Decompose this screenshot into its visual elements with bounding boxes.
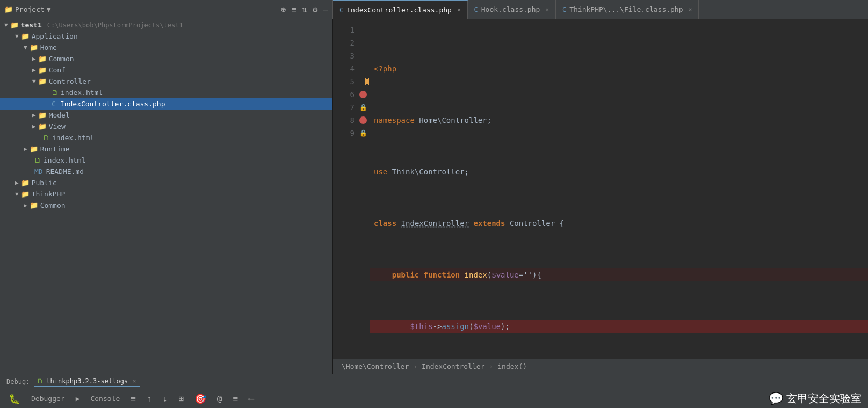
chevron-down-icon-thinkphp: ▼ [15, 191, 19, 198]
chevron-down-icon: ▼ [4, 21, 8, 28]
file-icon-md: MD [34, 167, 43, 176]
folder-icon-conf: 📁 [38, 66, 47, 74]
debug-bar: Debug: 🗋 thinkphp3.2.3-setlogs ✕ [0, 374, 868, 389]
tree-item-model[interactable]: ▶ 📁 Model [0, 110, 332, 121]
tree-item-index-html-root[interactable]: 🗋 index.html [0, 155, 332, 166]
back-btn[interactable]: ⟵ [247, 392, 256, 405]
list-btn[interactable]: ≡ [128, 392, 138, 405]
tree-item-common[interactable]: ▶ 📁 Common [0, 53, 332, 64]
chevron-right-icon-runtime: ▶ [24, 145, 27, 152]
code-line-4: class IndexController extends Controller… [370, 217, 868, 230]
tree-item-application[interactable]: ▼ 📁 Application [0, 31, 332, 42]
gutter-4 [357, 62, 370, 75]
tree-item-index-html-2[interactable]: 🗋 index.html [0, 132, 332, 143]
bottom-toolbar: 🐛 Debugger ▶ Console ≡ ↑ ↓ ⊞ 🎯 @ ≡ ⟵ 💬 玄… [0, 389, 868, 408]
gear-icon[interactable]: ⚙ [313, 4, 318, 14]
tab-close-3[interactable]: ✕ [689, 6, 692, 13]
tree-label-view: View [49, 122, 66, 130]
folder-icon-model: 📁 [38, 111, 47, 119]
debug-tab-close[interactable]: ✕ [133, 377, 136, 384]
tree-label-application: Application [32, 32, 78, 40]
list2-btn[interactable]: ≡ [230, 392, 240, 405]
tree-item-conf[interactable]: ▶ 📁 Conf [0, 64, 332, 76]
folder-icon: 📁 [10, 21, 19, 29]
tree-label-common: Common [49, 55, 74, 63]
tree-label-home: Home [40, 43, 57, 52]
file-icon-html-2: 🗋 [43, 134, 50, 142]
tree-item-test1[interactable]: ▼ 📁 test1 C:\Users\bob\PhpstormProjects\… [0, 19, 332, 31]
tree-item-index-html-1[interactable]: 🗋 index.html [0, 87, 332, 98]
up-btn[interactable]: ↑ [144, 392, 154, 405]
breadcrumb-item-1[interactable]: \Home\Controller [342, 362, 409, 370]
code-line-1: <?php [370, 62, 868, 75]
chevron-right-icon-public: ▶ [15, 179, 19, 186]
chevron-down-icon-controller: ▼ [32, 78, 36, 85]
tree-path-test1: C:\Users\bob\PhpstormProjects\test1 [47, 21, 183, 29]
folder-icon-common2: 📁 [30, 201, 38, 209]
project-chevron[interactable]: ▼ [47, 5, 51, 13]
gutter-6-breakpoint[interactable] [357, 88, 370, 101]
tab-index-controller[interactable]: C IndexController.class.php ✕ [333, 0, 468, 19]
line-numbers: 1 2 3 4 5 6 7 8 9 [333, 19, 357, 359]
tree-label-thinkphp: ThinkPHP [32, 190, 66, 198]
tree-item-home[interactable]: ▼ 📁 Home [0, 42, 332, 53]
tree-item-indexcontroller[interactable]: C IndexController.class.php [0, 98, 332, 110]
folder-icon-public: 📁 [21, 179, 30, 187]
file-icon-html-1: 🗋 [52, 89, 59, 97]
tree-item-thinkphp[interactable]: ▼ 📁 ThinkPHP [0, 188, 332, 200]
tree-item-runtime[interactable]: ▶ 📁 Runtime [0, 143, 332, 155]
tree-label-public: Public [32, 179, 57, 187]
tab-close-1[interactable]: ✕ [457, 6, 461, 13]
lock-icon-7: 🔒 [359, 104, 367, 111]
editor-tabs: C IndexController.class.php ✕ C Hook.cla… [333, 0, 868, 19]
tree-item-public[interactable]: ▶ 📁 Public [0, 177, 332, 188]
chevron-right-icon-model: ▶ [32, 112, 36, 119]
wechat-icon: 💬 [769, 392, 783, 405]
chevron-right-icon-common2: ▶ [24, 202, 27, 209]
debugger-btn[interactable]: Debugger [29, 394, 67, 404]
tab-hook-class[interactable]: C Hook.class.php ✕ [468, 0, 556, 19]
globe-icon[interactable]: ⊕ [281, 4, 286, 14]
minimize-icon[interactable]: — [323, 4, 328, 14]
tree-item-view[interactable]: ▶ 📁 View [0, 121, 332, 132]
code-area[interactable]: 1 2 3 4 5 6 7 8 9 [333, 19, 868, 359]
tree-label-runtime: Runtime [40, 145, 70, 153]
code-lines[interactable]: <?php namespace Home\Controller; use Thi… [370, 19, 868, 359]
tree-item-controller[interactable]: ▼ 📁 Controller [0, 76, 332, 87]
tree-item-readme[interactable]: MD README.md [0, 166, 332, 177]
list-icon[interactable]: ≡ [291, 4, 296, 14]
breakpoint-6 [359, 91, 367, 98]
console-btn[interactable]: Console [88, 394, 122, 404]
console-play-btn[interactable]: ▶ [74, 394, 82, 404]
sort-icon[interactable]: ⇅ [302, 4, 307, 14]
gutter-2 [357, 37, 370, 49]
tab-php-icon-1: C [339, 6, 343, 14]
at-btn[interactable]: @ [215, 392, 225, 405]
breadcrumb-item-3[interactable]: index() [497, 362, 527, 370]
gutter: 🔒 🔒 [357, 19, 370, 359]
tab-label-1: IndexController.class.php [346, 6, 452, 14]
tree-label-test1: test1 [21, 21, 42, 29]
target-btn[interactable]: 🎯 [192, 392, 208, 405]
gutter-8-breakpoint[interactable] [357, 114, 370, 127]
project-title: Project [15, 5, 45, 13]
debug-tab[interactable]: 🗋 thinkphp3.2.3-setlogs ✕ [34, 376, 139, 387]
tab-file-class[interactable]: C ThinkPHP\...\File.class.php ✕ [556, 0, 699, 19]
down-btn[interactable]: ↓ [161, 392, 170, 405]
tree-label-controller: Controller [49, 77, 91, 85]
breadcrumb-item-2[interactable]: IndexController [422, 362, 484, 370]
code-line-5: public function index ( $value =''){ [370, 268, 868, 281]
tree-item-common2[interactable]: ▶ 📁 Common [0, 200, 332, 211]
code-line-3: use Think\Controller; [370, 165, 868, 178]
folder-icon-view: 📁 [38, 122, 47, 130]
folder-icon-controller: 📁 [38, 77, 47, 85]
tab-label-2: Hook.class.php [481, 5, 540, 13]
folder-icon-runtime: 📁 [30, 145, 38, 153]
code-line-2: namespace Home\Controller; [370, 114, 868, 127]
folder-icon: 📁 [4, 5, 13, 13]
grid-btn[interactable]: ⊞ [176, 392, 186, 405]
tab-close-2[interactable]: ✕ [545, 6, 549, 13]
gutter-5-diamond[interactable] [357, 75, 370, 88]
bug-icon-btn[interactable]: 🐛 [6, 392, 23, 405]
tree-label-index-html-root: index.html [44, 156, 85, 164]
